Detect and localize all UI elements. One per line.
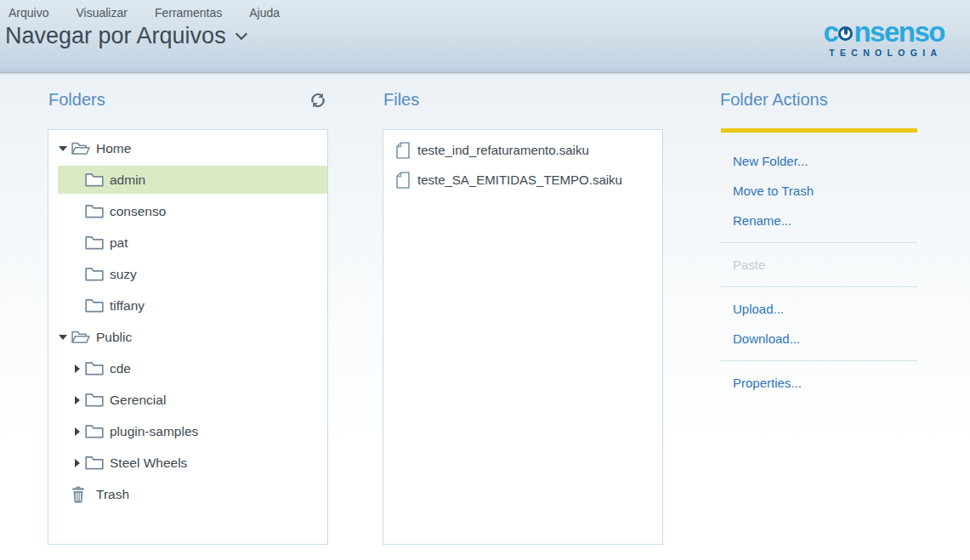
accent-bar <box>721 128 917 133</box>
file-name: teste_SA_EMITIDAS_TEMPO.saiku <box>417 173 622 187</box>
tree-item-label: cde <box>110 361 131 376</box>
folder-tree: Home admin consenso pat <box>48 130 327 510</box>
tree-item-label: tiffany <box>110 298 145 314</box>
tree-item-label: Public <box>96 330 132 345</box>
menu-ajuda[interactable]: Ajuda <box>247 4 281 21</box>
folder-closed-icon <box>85 424 104 438</box>
file-row[interactable]: teste_SA_EMITIDAS_TEMPO.saiku <box>383 165 662 195</box>
files-panel-title: Files <box>383 90 419 110</box>
tree-item-admin[interactable]: admin <box>58 166 327 194</box>
tree-item-label: admin <box>110 173 145 188</box>
folder-closed-icon <box>85 235 104 250</box>
folder-closed-icon <box>85 361 104 376</box>
page-title: Navegar por Arquivos <box>5 23 226 49</box>
folder-open-icon <box>71 141 90 156</box>
app-header: Arquivo Visualizar Ferramentas Ajuda Nav… <box>0 0 970 73</box>
tree-item-label: suzy <box>110 267 137 282</box>
document-icon <box>396 142 410 159</box>
tree-item-label: Gerencial <box>110 393 166 408</box>
tree-item-public[interactable]: Public <box>58 321 327 353</box>
caret-collapsed-icon[interactable] <box>71 459 85 467</box>
folder-actions-title: Folder Actions <box>720 90 828 110</box>
tree-item-label: pat <box>110 235 128 251</box>
tree-item-gerencial[interactable]: Gerencial <box>58 384 327 416</box>
menubar: Arquivo Visualizar Ferramentas Ajuda <box>7 4 281 21</box>
menu-ferramentas[interactable]: Ferramentas <box>153 4 224 21</box>
tree-item-label: plugin-samples <box>110 424 198 439</box>
folders-panel-title: Folders <box>48 90 105 110</box>
consenso-logo: cnsenso TECNOLOGIA <box>824 19 944 58</box>
tree-item-label: Steel Wheels <box>110 455 187 471</box>
folders-tree-panel: Home admin consenso pat <box>48 129 328 545</box>
action-upload[interactable]: Upload... <box>721 294 917 324</box>
action-download[interactable]: Download... <box>721 324 917 354</box>
folder-closed-icon <box>85 267 104 281</box>
menu-visualizar[interactable]: Visualizar <box>74 4 128 21</box>
logo-brand: cnsenso <box>824 19 944 46</box>
action-move-to-trash[interactable]: Move to Trash <box>721 176 917 206</box>
divider <box>721 242 917 243</box>
tree-item-home[interactable]: Home <box>58 133 327 164</box>
divider <box>721 360 917 361</box>
folder-closed-icon <box>85 393 104 407</box>
refresh-icon[interactable] <box>308 91 328 111</box>
tree-item-steel-wheels[interactable]: Steel Wheels <box>58 447 327 478</box>
caret-collapsed-icon[interactable] <box>71 396 85 404</box>
tree-item-label: consenso <box>110 204 166 219</box>
folder-actions-list: New Folder... Move to Trash Rename... Pa… <box>721 138 917 398</box>
tree-item-suzy[interactable]: suzy <box>58 258 327 290</box>
divider <box>721 286 917 287</box>
tree-item-trash[interactable]: Trash <box>58 478 327 510</box>
tree-item-consenso[interactable]: consenso <box>58 195 327 227</box>
caret-expanded-icon[interactable] <box>58 335 71 340</box>
action-paste: Paste <box>721 250 917 280</box>
tree-item-plugin-samples[interactable]: plugin-samples <box>58 416 327 447</box>
tree-item-label: Home <box>96 141 131 156</box>
logo-tagline: TECNOLOGIA <box>824 48 944 58</box>
caret-collapsed-icon[interactable] <box>71 365 85 373</box>
gauge-ring-icon <box>838 26 853 41</box>
tree-item-label: Trash <box>96 487 129 502</box>
file-list: teste_ind_refaturamento.saiku teste_SA_E… <box>383 130 662 195</box>
folder-closed-icon <box>85 455 104 470</box>
file-row[interactable]: teste_ind_refaturamento.saiku <box>383 135 662 165</box>
folder-closed-icon <box>85 204 104 218</box>
file-name: teste_ind_refaturamento.saiku <box>417 143 589 157</box>
folder-open-icon <box>71 330 90 344</box>
chevron-down-icon <box>235 27 247 39</box>
action-new-folder[interactable]: New Folder... <box>721 146 917 176</box>
action-rename[interactable]: Rename... <box>721 206 917 235</box>
caret-collapsed-icon[interactable] <box>71 427 85 436</box>
tree-item-cde[interactable]: cde <box>58 353 327 384</box>
folder-closed-icon <box>85 173 104 187</box>
logo-brand-suffix: nsenso <box>854 19 944 46</box>
caret-expanded-icon[interactable] <box>58 146 71 151</box>
menu-arquivo[interactable]: Arquivo <box>7 4 50 21</box>
tree-item-pat[interactable]: pat <box>58 227 327 258</box>
folder-closed-icon <box>85 298 104 313</box>
document-icon <box>396 172 410 189</box>
files-panel: teste_ind_refaturamento.saiku teste_SA_E… <box>383 129 663 545</box>
tree-item-tiffany[interactable]: tiffany <box>58 290 327 321</box>
trash-can-icon <box>71 486 90 503</box>
logo-brand-prefix: c <box>824 19 838 46</box>
action-properties[interactable]: Properties... <box>721 368 917 398</box>
page-title-dropdown[interactable]: Navegar por Arquivos <box>5 23 246 49</box>
